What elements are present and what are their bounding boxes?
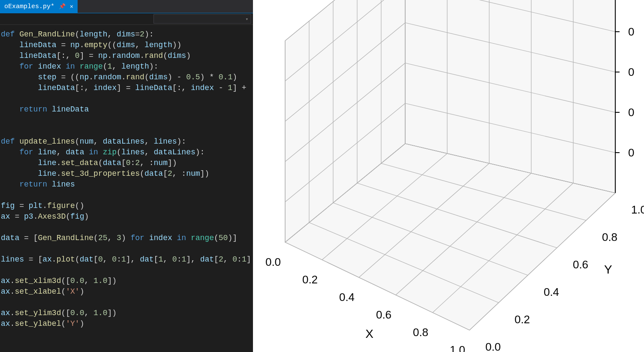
code-line[interactable]: data = [Gen_RandLine(25, 3) for index in… xyxy=(1,233,253,244)
code-line[interactable]: lineData = np.empty((dims, length)) xyxy=(1,40,253,51)
code-line[interactable]: ax.set_ylim3d([0.0, 1.0]) xyxy=(1,308,253,319)
code-line[interactable]: line.set_3d_properties(data[2, :num]) xyxy=(1,168,253,179)
code-line[interactable]: lines = [ax.plot(dat[0, 0:1], dat[1, 0:1… xyxy=(1,254,253,265)
code-line[interactable] xyxy=(1,115,253,126)
editor-tab-bar: oExamples.py* 📌 ✕ xyxy=(0,0,253,13)
code-text-area[interactable]: def Gen_RandLine(length, dims=2): lineDa… xyxy=(0,25,253,352)
code-line[interactable]: fig = plt.figure() xyxy=(1,201,253,211)
svg-text:0: 0 xyxy=(628,106,634,119)
code-line[interactable] xyxy=(1,265,253,276)
svg-text:0.8: 0.8 xyxy=(602,231,617,244)
svg-text:Y: Y xyxy=(604,263,612,276)
axes3d[interactable]: 0.00.20.40.60.81.0X0.00.20.40.60.81.0Y00… xyxy=(253,0,644,352)
svg-text:0.4: 0.4 xyxy=(339,291,355,304)
svg-text:0.2: 0.2 xyxy=(302,273,318,286)
code-line[interactable]: ax = p3.Axes3D(fig) xyxy=(1,211,253,222)
chevron-down-icon: ▾ xyxy=(245,16,248,22)
svg-text:0.6: 0.6 xyxy=(376,308,391,321)
svg-text:1.0: 1.0 xyxy=(631,203,644,216)
code-line[interactable] xyxy=(1,93,253,104)
svg-text:1.0: 1.0 xyxy=(450,343,465,352)
code-line[interactable]: return lineData xyxy=(1,104,253,115)
svg-text:0.2: 0.2 xyxy=(515,313,530,326)
svg-text:0.6: 0.6 xyxy=(573,258,588,271)
editor-breadcrumb-bar: ▾ xyxy=(0,13,253,25)
scope-dropdown[interactable]: ▾ xyxy=(153,14,251,24)
code-line[interactable]: for index in range(1, length): xyxy=(1,61,253,72)
code-line[interactable]: line.set_data(data[0:2, :num]) xyxy=(1,158,253,168)
svg-text:0.0: 0.0 xyxy=(265,256,281,268)
svg-text:0.0: 0.0 xyxy=(485,340,501,352)
editor-tab-active[interactable]: oExamples.py* 📌 ✕ xyxy=(0,0,78,13)
pin-icon[interactable]: 📌 xyxy=(59,3,66,10)
svg-text:0.4: 0.4 xyxy=(544,286,559,298)
svg-text:0: 0 xyxy=(628,146,634,159)
code-line[interactable]: return lines xyxy=(1,179,253,190)
code-line[interactable]: step = ((np.random.rand(dims) - 0.5) * 0… xyxy=(1,72,253,83)
svg-text:0: 0 xyxy=(628,66,634,78)
code-line[interactable]: ax.set_ylabel('Y') xyxy=(1,319,253,329)
code-line[interactable]: ax.set_xlabel('X') xyxy=(1,286,253,297)
svg-text:0.8: 0.8 xyxy=(413,326,428,339)
code-line[interactable]: lineData[:, index] = lineData[:, index -… xyxy=(1,83,253,93)
code-line[interactable] xyxy=(1,297,253,308)
code-line[interactable]: ax.set_xlim3d([0.0, 1.0]) xyxy=(1,276,253,286)
code-line[interactable] xyxy=(1,126,253,136)
svg-text:X: X xyxy=(365,327,373,340)
code-line[interactable]: def Gen_RandLine(length, dims=2): xyxy=(1,29,253,40)
code-editor-pane: oExamples.py* 📌 ✕ ▾ def Gen_RandLine(len… xyxy=(0,0,253,352)
code-line[interactable] xyxy=(1,244,253,254)
code-line[interactable] xyxy=(1,190,253,201)
code-line[interactable]: def update_lines(num, dataLines, lines): xyxy=(1,136,253,147)
code-line[interactable] xyxy=(1,222,253,233)
svg-text:0: 0 xyxy=(628,25,634,38)
code-line[interactable]: lineData[:, 0] = np.random.rand(dims) xyxy=(1,51,253,61)
code-line[interactable]: for line, data in zip(lines, dataLines): xyxy=(1,147,253,158)
close-icon[interactable]: ✕ xyxy=(70,3,73,10)
editor-tab-filename: oExamples.py* xyxy=(4,3,54,10)
matplotlib-figure[interactable]: 0.00.20.40.60.81.0X0.00.20.40.60.81.0Y00… xyxy=(253,0,644,352)
